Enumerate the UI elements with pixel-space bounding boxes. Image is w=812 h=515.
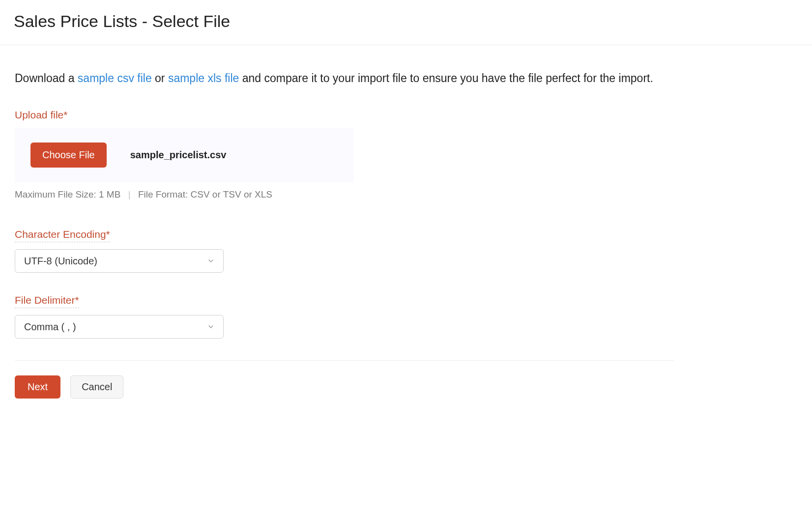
selected-filename: sample_pricelist.csv	[130, 149, 227, 161]
file-hint: Maximum File Size: 1 MB | File Format: C…	[15, 189, 674, 200]
footer-actions: Next Cancel	[15, 375, 674, 399]
upload-file-label: Upload file*	[15, 109, 67, 121]
page-title: Sales Price Lists - Select File	[14, 12, 798, 31]
encoding-section: Character Encoding* UTF-8 (Unicode)	[15, 229, 674, 273]
sample-xls-link[interactable]: sample xls file	[168, 72, 239, 85]
next-button[interactable]: Next	[15, 375, 60, 399]
file-hint-divider: |	[128, 189, 131, 200]
file-delimiter-select[interactable]: Comma ( , )	[15, 315, 224, 339]
footer-separator	[15, 360, 674, 361]
character-encoding-label: Character Encoding*	[15, 229, 110, 242]
page-header: Sales Price Lists - Select File	[0, 0, 812, 45]
intro-suffix: and compare it to your import file to en…	[239, 72, 653, 85]
file-hint-format: File Format: CSV or TSV or XLS	[138, 189, 272, 200]
intro-prefix: Download a	[15, 72, 78, 85]
page-content: Download a sample csv file or sample xls…	[0, 45, 688, 418]
file-hint-size: Maximum File Size: 1 MB	[15, 189, 120, 200]
sample-csv-link[interactable]: sample csv file	[78, 72, 152, 85]
choose-file-button[interactable]: Choose File	[30, 143, 107, 168]
character-encoding-select[interactable]: UTF-8 (Unicode)	[15, 249, 224, 273]
intro-mid: or	[152, 72, 168, 85]
delimiter-section: File Delimiter* Comma ( , )	[15, 294, 674, 339]
intro-text: Download a sample csv file or sample xls…	[15, 70, 674, 87]
upload-box: Choose File sample_pricelist.csv	[15, 128, 354, 182]
cancel-button[interactable]: Cancel	[70, 375, 123, 399]
upload-section: Upload file* Choose File sample_pricelis…	[15, 109, 674, 200]
file-delimiter-label: File Delimiter*	[15, 294, 79, 308]
